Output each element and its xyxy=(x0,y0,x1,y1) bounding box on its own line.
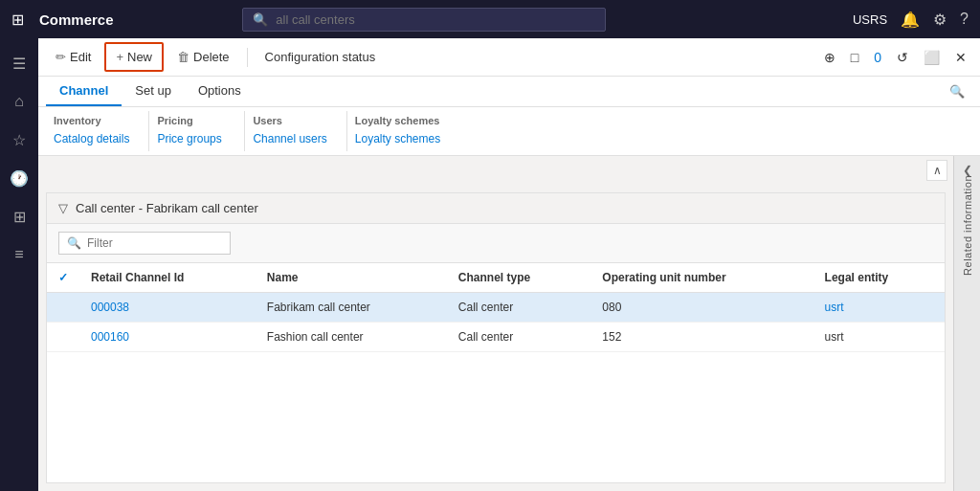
row1-check xyxy=(47,293,79,323)
pricing-group-label: Pricing xyxy=(157,115,225,126)
col-operating-unit[interactable]: Operating unit number xyxy=(590,263,813,293)
table-row[interactable]: 000038 Fabrikam call center Call center … xyxy=(47,293,945,323)
edit-icon: ✏ xyxy=(56,50,66,64)
left-sidebar: ☰ ⌂ ☆ 🕐 ⊞ ≡ xyxy=(0,38,38,491)
page-content: ∧ ▽ Call center - Fabrikam call center 🔍 xyxy=(38,156,980,491)
config-status-button[interactable]: Configuration status xyxy=(256,44,386,70)
inventory-group-label: Inventory xyxy=(54,115,129,126)
sub-group-users: Users Channel users xyxy=(245,111,346,151)
catalog-details-link[interactable]: Catalog details xyxy=(54,130,129,147)
delete-button[interactable]: 🗑 Delete xyxy=(167,44,239,70)
row2-name: Fashion call center xyxy=(256,323,447,352)
top-navigation: ⊞ Commerce 🔍 USRS 🔔 ⚙ ? xyxy=(0,0,980,38)
sub-toolbar: Inventory Catalog details Pricing Price … xyxy=(38,107,980,156)
loyalty-schemes-link[interactable]: Loyalty schemes xyxy=(355,130,440,147)
toolbar-icon-btn-4[interactable]: ↺ xyxy=(891,46,914,69)
top-nav-right: USRS 🔔 ⚙ ? xyxy=(853,11,969,29)
app-title: Commerce xyxy=(39,11,114,28)
loyalty-items: Loyalty schemes xyxy=(355,130,440,147)
edit-button[interactable]: ✏ Edit xyxy=(46,44,100,70)
sidebar-home-icon[interactable]: ⌂ xyxy=(2,84,36,119)
table-row[interactable]: 000160 Fashion call center Call center 1… xyxy=(47,323,945,352)
list-container: ✓ Retail Channel Id Name Channel type Op… xyxy=(47,263,945,482)
bell-icon[interactable]: 🔔 xyxy=(901,11,920,29)
app-grid-icon[interactable]: ⊞ xyxy=(11,11,24,29)
row1-channel-type: Call center xyxy=(447,293,591,323)
filter-input-wrapper[interactable]: 🔍 xyxy=(58,232,231,255)
sub-group-loyalty: Loyalty schemes Loyalty schemes xyxy=(347,111,459,151)
toolbar: ✏ Edit + New 🗑 Delete Configuration stat… xyxy=(38,38,980,77)
toolbar-icon-btn-3[interactable]: 0 xyxy=(868,46,887,69)
users-items: Channel users xyxy=(253,130,326,147)
list-panel: ▽ Call center - Fabrikam call center 🔍 xyxy=(46,192,946,483)
help-icon[interactable]: ? xyxy=(960,11,969,28)
toolbar-icon-btn-2[interactable]: □ xyxy=(845,46,864,69)
sub-group-pricing: Pricing Price groups xyxy=(149,111,245,151)
row1-name: Fabrikam call center xyxy=(256,293,447,323)
sidebar-modules-icon[interactable]: ≡ xyxy=(2,237,36,272)
tab-options[interactable]: Options xyxy=(185,77,255,106)
channel-users-link[interactable]: Channel users xyxy=(253,130,326,147)
toolbar-maximize-btn[interactable]: ⬜ xyxy=(918,46,946,69)
row1-operating-unit: 080 xyxy=(590,293,813,323)
filter-search-icon: 🔍 xyxy=(67,236,81,250)
row2-check xyxy=(47,323,79,352)
username-label: USRS xyxy=(853,12,887,27)
col-legal-entity[interactable]: Legal entity xyxy=(813,263,945,293)
inventory-items: Catalog details xyxy=(54,130,129,147)
search-icon: 🔍 xyxy=(253,12,268,27)
edit-label: Edit xyxy=(70,50,91,64)
row2-operating-unit: 152 xyxy=(590,323,813,352)
main-layout: ☰ ⌂ ☆ 🕐 ⊞ ≡ ✏ Edit + New 🗑 Delete Config… xyxy=(0,38,980,491)
data-table: ✓ Retail Channel Id Name Channel type Op… xyxy=(47,263,945,352)
sidebar-recent-icon[interactable]: 🕐 xyxy=(2,161,36,195)
list-title: Call center - Fabrikam call center xyxy=(76,201,258,215)
col-check: ✓ xyxy=(47,263,79,293)
sub-group-inventory: Inventory Catalog details xyxy=(46,111,149,151)
related-information-panel[interactable]: ❮ Related information xyxy=(953,156,980,491)
delete-icon: 🗑 xyxy=(177,50,189,64)
row2-channel-type: Call center xyxy=(447,323,591,352)
row1-legal-entity[interactable]: usrt xyxy=(813,293,945,323)
col-retail-channel-id[interactable]: Retail Channel Id xyxy=(79,263,256,293)
tab-setup[interactable]: Set up xyxy=(122,77,185,106)
row2-legal-entity: usrt xyxy=(813,323,945,352)
plus-icon: + xyxy=(116,50,123,64)
filter-icon[interactable]: ▽ xyxy=(58,201,68,215)
tab-bar: Channel Set up Options 🔍 xyxy=(38,77,980,107)
new-label: New xyxy=(127,50,152,64)
content-area: ✏ Edit + New 🗑 Delete Configuration stat… xyxy=(38,38,980,491)
row2-retail-channel-id[interactable]: 000160 xyxy=(79,323,256,352)
config-status-label: Configuration status xyxy=(265,50,376,64)
sidebar-workspace-icon[interactable]: ⊞ xyxy=(2,199,36,234)
sidebar-favorites-icon[interactable]: ☆ xyxy=(2,123,36,157)
row1-retail-channel-id[interactable]: 000038 xyxy=(79,293,256,323)
toolbar-separator xyxy=(247,48,248,67)
col-channel-type[interactable]: Channel type xyxy=(447,263,591,293)
global-search-bar[interactable]: 🔍 xyxy=(242,8,606,32)
price-groups-link[interactable]: Price groups xyxy=(157,130,221,147)
sidebar-hamburger-icon[interactable]: ☰ xyxy=(2,46,36,80)
list-header: ▽ Call center - Fabrikam call center xyxy=(47,193,945,224)
collapse-up-btn[interactable]: ∧ xyxy=(926,160,947,181)
filter-input[interactable] xyxy=(87,236,222,250)
list-controls: 🔍 xyxy=(47,224,945,263)
table-header-row: ✓ Retail Channel Id Name Channel type Op… xyxy=(47,263,945,293)
tab-search-icon[interactable]: 🔍 xyxy=(942,80,972,102)
related-information-label: Related information xyxy=(962,175,973,276)
global-search-input[interactable] xyxy=(276,12,595,27)
col-name[interactable]: Name xyxy=(256,263,447,293)
loyalty-group-label: Loyalty schemes xyxy=(355,115,440,126)
pricing-items: Price groups xyxy=(157,130,225,147)
users-group-label: Users xyxy=(253,115,326,126)
tab-channel[interactable]: Channel xyxy=(46,77,122,106)
toolbar-icon-btn-1[interactable]: ⊕ xyxy=(818,46,841,69)
settings-icon[interactable]: ⚙ xyxy=(933,11,947,29)
new-button[interactable]: + New xyxy=(104,42,164,72)
list-area-wrapper: ∧ ▽ Call center - Fabrikam call center 🔍 xyxy=(38,156,953,491)
delete-label: Delete xyxy=(193,50,230,64)
toolbar-close-btn[interactable]: ✕ xyxy=(949,46,972,69)
